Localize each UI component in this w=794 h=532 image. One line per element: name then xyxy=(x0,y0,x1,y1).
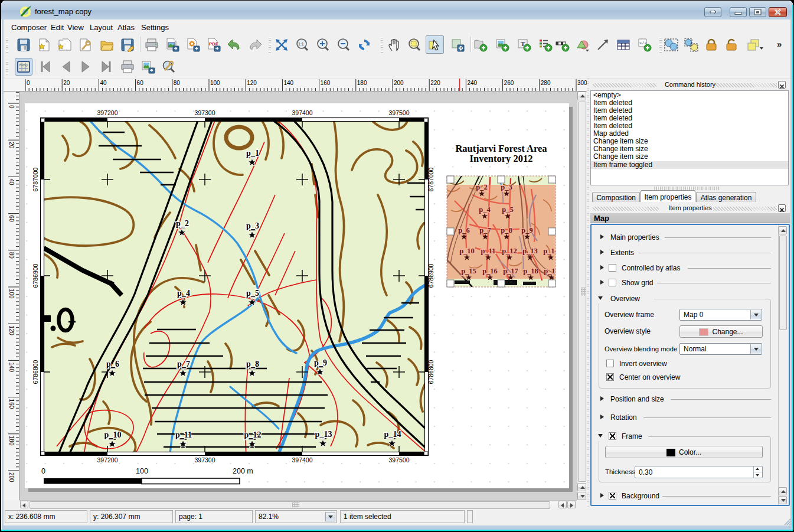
svg-text:p_18: p_18 xyxy=(523,267,538,275)
svg-text:p_8: p_8 xyxy=(246,360,259,368)
svg-text:6786900: 6786900 xyxy=(427,263,434,288)
svg-text:397400: 397400 xyxy=(292,109,312,116)
svg-text:Inventory 2012: Inventory 2012 xyxy=(470,153,533,164)
svg-text:p_12: p_12 xyxy=(244,430,262,439)
svg-text:p_13: p_13 xyxy=(522,247,538,255)
svg-text:p_12: p_12 xyxy=(502,247,517,255)
svg-text:p_3: p_3 xyxy=(501,183,512,191)
svg-text:397500: 397500 xyxy=(388,456,409,464)
svg-text:p_2: p_2 xyxy=(176,219,189,228)
svg-text:p_9: p_9 xyxy=(521,226,532,234)
svg-text:p_14: p_14 xyxy=(543,247,558,255)
svg-text:p_11: p_11 xyxy=(175,430,192,439)
svg-text:6787000: 6787000 xyxy=(427,167,434,191)
svg-text:p_15: p_15 xyxy=(461,267,476,275)
svg-text:p_2: p_2 xyxy=(476,183,487,191)
svg-text:p_11: p_11 xyxy=(481,247,495,255)
svg-text:p_8: p_8 xyxy=(501,226,512,234)
svg-text:p_6: p_6 xyxy=(106,360,119,368)
svg-text:p_17: p_17 xyxy=(503,267,518,275)
svg-text:397500: 397500 xyxy=(388,109,409,116)
svg-text:p_19: p_19 xyxy=(544,267,559,275)
svg-text:100: 100 xyxy=(136,467,148,475)
svg-text:p_3: p_3 xyxy=(246,221,259,230)
svg-text:p_6: p_6 xyxy=(458,226,469,234)
svg-text:p_16: p_16 xyxy=(482,267,498,275)
svg-text:p_4: p_4 xyxy=(177,289,190,298)
svg-text:0: 0 xyxy=(41,467,45,475)
svg-text:p_1: p_1 xyxy=(246,149,259,158)
svg-text:p_7: p_7 xyxy=(479,226,491,234)
svg-text:p_10: p_10 xyxy=(104,430,122,439)
svg-text:6786800: 6786800 xyxy=(427,360,434,384)
svg-text:397300: 397300 xyxy=(194,109,215,116)
svg-text:p_10: p_10 xyxy=(459,247,475,255)
svg-text:p_13: p_13 xyxy=(315,430,332,439)
svg-text:p_9: p_9 xyxy=(314,358,327,367)
svg-text:397400: 397400 xyxy=(292,456,312,464)
svg-text:397200: 397200 xyxy=(97,456,117,464)
svg-text:p_5: p_5 xyxy=(246,289,259,298)
svg-text:6786900: 6786900 xyxy=(32,263,39,288)
svg-text:p_7: p_7 xyxy=(177,360,190,368)
svg-text:200 m: 200 m xyxy=(233,467,253,475)
svg-text:397300: 397300 xyxy=(194,456,215,464)
svg-text:397200: 397200 xyxy=(97,109,117,116)
svg-text:p_5: p_5 xyxy=(502,205,513,214)
svg-text:p_14: p_14 xyxy=(384,430,401,439)
svg-text:6786800: 6786800 xyxy=(32,360,39,384)
svg-text:6787000: 6787000 xyxy=(32,167,39,191)
svg-text:p_4: p_4 xyxy=(479,205,491,214)
